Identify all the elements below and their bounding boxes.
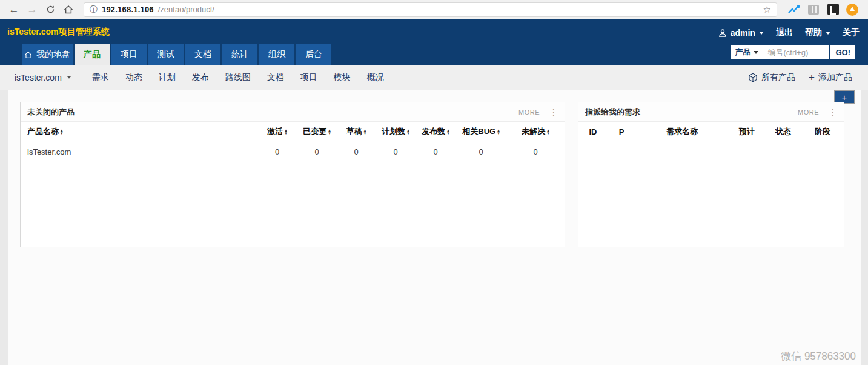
tab-my-dashboard[interactable]: 我的地盘	[22, 44, 73, 65]
products-panel: 未关闭的产品 MORE ⋮ 产品名称▴▾ 激活▴▾ 已变更▴▾ 草稿▴▾ 计划数…	[20, 102, 565, 247]
search-scope-button[interactable]: 产品	[731, 45, 763, 59]
col-changed[interactable]: 已变更▴▾	[297, 122, 337, 142]
cube-icon	[748, 73, 758, 82]
col-id[interactable]: ID	[578, 122, 608, 142]
my-stories-panel: 指派给我的需求 MORE ⋮ ID P 需求名称 预计 状态 阶段	[578, 102, 844, 247]
dark-extension-icon[interactable]	[827, 4, 839, 16]
sort-icon: ▴▾	[285, 129, 287, 135]
col-product-name[interactable]: 产品名称▴▾	[21, 122, 257, 142]
all-products-label: 所有产品	[761, 72, 795, 83]
col-estimate[interactable]: 预计	[729, 122, 765, 142]
plus-icon: +	[809, 72, 815, 82]
tab-project[interactable]: 项目	[111, 44, 147, 65]
products-panel-title: 未关闭的产品	[27, 107, 75, 118]
refresh-icon[interactable]	[42, 2, 58, 18]
help-menu[interactable]: 帮助	[805, 27, 830, 38]
tab-org[interactable]: 组织	[259, 44, 294, 65]
product-switcher[interactable]: isTester.com	[15, 73, 71, 82]
browser-chrome: ← → ⓘ 192.168.1.106/zentao/product/ ☆	[0, 0, 868, 19]
tab-label: 统计	[231, 49, 248, 60]
col-active[interactable]: 激活▴▾	[257, 122, 297, 142]
col-unresolved[interactable]: 未解决▴▾	[506, 122, 565, 142]
home-icon[interactable]	[61, 2, 76, 18]
user-icon	[718, 28, 727, 37]
kebab-menu-icon[interactable]: ⋮	[549, 107, 558, 117]
caret-down-icon	[754, 51, 758, 54]
page-info-icon[interactable]: ⓘ	[90, 4, 98, 15]
col-plans[interactable]: 计划数▴▾	[376, 122, 416, 142]
col-stage[interactable]: 阶段	[801, 122, 844, 142]
release-count: 0	[416, 142, 456, 162]
kebab-menu-icon[interactable]: ⋮	[829, 107, 837, 117]
caret-down-icon	[67, 76, 71, 78]
home-outline-icon	[24, 51, 32, 59]
about-link[interactable]: 关于	[843, 27, 860, 38]
subnav-item-doc[interactable]: 文档	[267, 72, 284, 83]
search-go-button[interactable]: GO!	[830, 45, 855, 59]
url-bar[interactable]: ⓘ 192.168.1.106/zentao/product/ ☆	[84, 2, 777, 17]
add-product-label: 添加产品	[818, 72, 852, 83]
table-row: isTester.com 0 0 0 0 0 0 0	[21, 142, 565, 162]
stories-more-link[interactable]: MORE	[798, 109, 819, 116]
search-input[interactable]	[763, 45, 829, 59]
bug-count: 0	[456, 142, 506, 162]
unresolved-count: 0	[506, 142, 565, 162]
user-menu[interactable]: admin	[718, 28, 764, 38]
forward-icon[interactable]: →	[24, 2, 40, 18]
columns-extension-icon[interactable]	[807, 4, 820, 16]
stories-table: ID P 需求名称 预计 状态 阶段	[578, 122, 844, 142]
tab-product[interactable]: 产品	[75, 44, 110, 65]
global-search: 产品 GO!	[731, 45, 855, 59]
sort-icon: ▴▾	[447, 129, 449, 135]
col-bugs[interactable]: 相关BUG▴▾	[456, 122, 506, 142]
all-products-link[interactable]: 所有产品	[748, 72, 795, 83]
username: admin	[731, 28, 755, 38]
logout-link[interactable]: 退出	[776, 27, 793, 38]
active-count: 0	[257, 142, 297, 162]
main-nav-tabs: 我的地盘 产品 项目 测试 文档 统计 组织 后台	[22, 44, 331, 65]
subnav-item-story[interactable]: 需求	[92, 72, 109, 83]
extensions-area	[784, 4, 862, 16]
subnav-item-roadmap[interactable]: 路线图	[225, 72, 251, 83]
tab-test[interactable]: 测试	[148, 44, 184, 65]
col-releases[interactable]: 发布数▴▾	[416, 122, 456, 142]
add-product-link[interactable]: + 添加产品	[809, 72, 852, 83]
subnav-item-project[interactable]: 项目	[300, 72, 317, 83]
col-draft[interactable]: 草稿▴▾	[337, 122, 376, 142]
subnav-item-dynamic[interactable]: 动态	[125, 72, 142, 83]
subnav-item-plan[interactable]: 计划	[159, 72, 176, 83]
product-name-link[interactable]: isTester.com	[21, 142, 257, 162]
sort-icon: ▴▾	[328, 129, 331, 135]
col-priority[interactable]: P	[608, 122, 635, 142]
products-more-link[interactable]: MORE	[518, 109, 540, 116]
updater-extension-icon[interactable]	[846, 4, 858, 16]
tab-doc[interactable]: 文档	[185, 44, 220, 65]
products-table: 产品名称▴▾ 激活▴▾ 已变更▴▾ 草稿▴▾ 计划数▴▾ 发布数▴▾ 相关BUG…	[21, 122, 565, 162]
user-area: admin 退出 帮助 关于	[718, 27, 860, 38]
tab-label: 后台	[305, 49, 322, 60]
tab-label: 测试	[157, 49, 174, 60]
watermark-text: 微信 957863300	[781, 349, 856, 363]
caret-down-icon	[826, 32, 830, 35]
subnav-item-overview[interactable]: 概况	[367, 72, 384, 83]
draft-count: 0	[337, 142, 376, 162]
tab-admin[interactable]: 后台	[296, 44, 331, 65]
stories-panel-title: 指派给我的需求	[585, 107, 640, 118]
subnav-item-module[interactable]: 模块	[334, 72, 351, 83]
back-icon[interactable]: ←	[6, 2, 22, 18]
help-label: 帮助	[805, 27, 822, 38]
stories-table-header-row: ID P 需求名称 预计 状态 阶段	[578, 122, 844, 142]
trending-extension-icon[interactable]	[788, 4, 800, 16]
main-content: + 未关闭的产品 MORE ⋮ 产品名称▴▾ 激活▴▾ 已变更▴▾ 草稿▴▾ 计…	[8, 90, 861, 365]
tab-label: 产品	[84, 49, 101, 60]
app-header: isTester.com项目管理系统 admin 退出 帮助 关于 我的地盘 产…	[0, 19, 868, 65]
col-status[interactable]: 状态	[765, 122, 801, 142]
sort-icon: ▴▾	[364, 129, 366, 135]
bookmark-star-icon[interactable]: ☆	[763, 4, 771, 15]
products-table-header-row: 产品名称▴▾ 激活▴▾ 已变更▴▾ 草稿▴▾ 计划数▴▾ 发布数▴▾ 相关BUG…	[21, 122, 565, 142]
tab-report[interactable]: 统计	[222, 44, 257, 65]
sort-icon: ▴▾	[497, 129, 500, 135]
tab-label: 项目	[121, 49, 137, 60]
subnav-item-release[interactable]: 发布	[192, 72, 209, 83]
col-story-name[interactable]: 需求名称	[635, 122, 729, 142]
